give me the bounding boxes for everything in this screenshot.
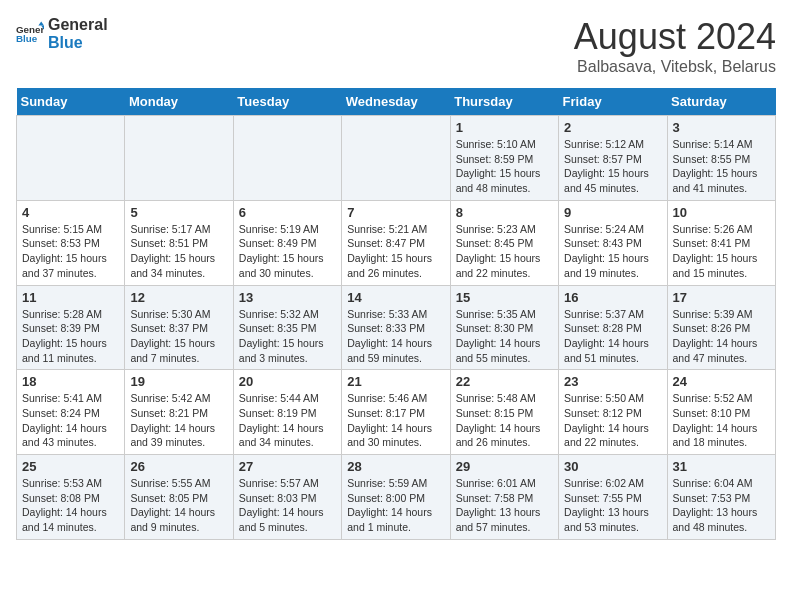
calendar-cell: 16Sunrise: 5:37 AM Sunset: 8:28 PM Dayli… <box>559 285 667 370</box>
day-number: 8 <box>456 205 553 220</box>
day-number: 27 <box>239 459 336 474</box>
calendar-cell: 14Sunrise: 5:33 AM Sunset: 8:33 PM Dayli… <box>342 285 450 370</box>
day-info: Sunrise: 6:04 AM Sunset: 7:53 PM Dayligh… <box>673 476 770 535</box>
day-info: Sunrise: 5:19 AM Sunset: 8:49 PM Dayligh… <box>239 222 336 281</box>
logo-line2: Blue <box>48 34 108 52</box>
main-title: August 2024 <box>574 16 776 58</box>
day-info: Sunrise: 5:15 AM Sunset: 8:53 PM Dayligh… <box>22 222 119 281</box>
day-number: 18 <box>22 374 119 389</box>
day-header-row: SundayMondayTuesdayWednesdayThursdayFrid… <box>17 88 776 116</box>
calendar-cell: 3Sunrise: 5:14 AM Sunset: 8:55 PM Daylig… <box>667 116 775 201</box>
day-number: 14 <box>347 290 444 305</box>
day-info: Sunrise: 5:35 AM Sunset: 8:30 PM Dayligh… <box>456 307 553 366</box>
day-info: Sunrise: 5:14 AM Sunset: 8:55 PM Dayligh… <box>673 137 770 196</box>
day-info: Sunrise: 5:53 AM Sunset: 8:08 PM Dayligh… <box>22 476 119 535</box>
day-info: Sunrise: 5:52 AM Sunset: 8:10 PM Dayligh… <box>673 391 770 450</box>
day-header-saturday: Saturday <box>667 88 775 116</box>
day-number: 11 <box>22 290 119 305</box>
calendar-cell: 30Sunrise: 6:02 AM Sunset: 7:55 PM Dayli… <box>559 455 667 540</box>
day-number: 23 <box>564 374 661 389</box>
day-number: 15 <box>456 290 553 305</box>
calendar-cell: 22Sunrise: 5:48 AM Sunset: 8:15 PM Dayli… <box>450 370 558 455</box>
day-number: 10 <box>673 205 770 220</box>
day-number: 28 <box>347 459 444 474</box>
calendar-cell: 19Sunrise: 5:42 AM Sunset: 8:21 PM Dayli… <box>125 370 233 455</box>
day-header-monday: Monday <box>125 88 233 116</box>
day-number: 6 <box>239 205 336 220</box>
week-row-3: 11Sunrise: 5:28 AM Sunset: 8:39 PM Dayli… <box>17 285 776 370</box>
day-info: Sunrise: 5:28 AM Sunset: 8:39 PM Dayligh… <box>22 307 119 366</box>
calendar-cell: 4Sunrise: 5:15 AM Sunset: 8:53 PM Daylig… <box>17 200 125 285</box>
calendar-cell <box>342 116 450 201</box>
day-info: Sunrise: 5:10 AM Sunset: 8:59 PM Dayligh… <box>456 137 553 196</box>
calendar-cell: 7Sunrise: 5:21 AM Sunset: 8:47 PM Daylig… <box>342 200 450 285</box>
week-row-1: 1Sunrise: 5:10 AM Sunset: 8:59 PM Daylig… <box>17 116 776 201</box>
day-number: 17 <box>673 290 770 305</box>
header: General Blue General Blue August 2024 Ba… <box>16 16 776 76</box>
calendar-cell: 9Sunrise: 5:24 AM Sunset: 8:43 PM Daylig… <box>559 200 667 285</box>
day-info: Sunrise: 5:41 AM Sunset: 8:24 PM Dayligh… <box>22 391 119 450</box>
day-number: 22 <box>456 374 553 389</box>
day-number: 19 <box>130 374 227 389</box>
week-row-5: 25Sunrise: 5:53 AM Sunset: 8:08 PM Dayli… <box>17 455 776 540</box>
calendar-cell: 28Sunrise: 5:59 AM Sunset: 8:00 PM Dayli… <box>342 455 450 540</box>
calendar-cell <box>125 116 233 201</box>
calendar-cell: 6Sunrise: 5:19 AM Sunset: 8:49 PM Daylig… <box>233 200 341 285</box>
week-row-2: 4Sunrise: 5:15 AM Sunset: 8:53 PM Daylig… <box>17 200 776 285</box>
day-header-sunday: Sunday <box>17 88 125 116</box>
day-number: 25 <box>22 459 119 474</box>
week-row-4: 18Sunrise: 5:41 AM Sunset: 8:24 PM Dayli… <box>17 370 776 455</box>
day-info: Sunrise: 6:01 AM Sunset: 7:58 PM Dayligh… <box>456 476 553 535</box>
calendar-cell: 8Sunrise: 5:23 AM Sunset: 8:45 PM Daylig… <box>450 200 558 285</box>
calendar-cell: 21Sunrise: 5:46 AM Sunset: 8:17 PM Dayli… <box>342 370 450 455</box>
day-info: Sunrise: 5:50 AM Sunset: 8:12 PM Dayligh… <box>564 391 661 450</box>
calendar-cell <box>233 116 341 201</box>
day-info: Sunrise: 6:02 AM Sunset: 7:55 PM Dayligh… <box>564 476 661 535</box>
calendar-cell: 29Sunrise: 6:01 AM Sunset: 7:58 PM Dayli… <box>450 455 558 540</box>
day-info: Sunrise: 5:24 AM Sunset: 8:43 PM Dayligh… <box>564 222 661 281</box>
calendar-cell: 31Sunrise: 6:04 AM Sunset: 7:53 PM Dayli… <box>667 455 775 540</box>
svg-text:Blue: Blue <box>16 33 38 44</box>
calendar-table: SundayMondayTuesdayWednesdayThursdayFrid… <box>16 88 776 540</box>
day-number: 26 <box>130 459 227 474</box>
calendar-cell: 27Sunrise: 5:57 AM Sunset: 8:03 PM Dayli… <box>233 455 341 540</box>
day-info: Sunrise: 5:21 AM Sunset: 8:47 PM Dayligh… <box>347 222 444 281</box>
day-info: Sunrise: 5:57 AM Sunset: 8:03 PM Dayligh… <box>239 476 336 535</box>
calendar-cell <box>17 116 125 201</box>
day-info: Sunrise: 5:37 AM Sunset: 8:28 PM Dayligh… <box>564 307 661 366</box>
day-number: 29 <box>456 459 553 474</box>
calendar-cell: 24Sunrise: 5:52 AM Sunset: 8:10 PM Dayli… <box>667 370 775 455</box>
logo: General Blue General Blue <box>16 16 108 52</box>
day-number: 31 <box>673 459 770 474</box>
day-number: 1 <box>456 120 553 135</box>
day-number: 9 <box>564 205 661 220</box>
day-header-thursday: Thursday <box>450 88 558 116</box>
day-number: 16 <box>564 290 661 305</box>
day-number: 3 <box>673 120 770 135</box>
calendar-cell: 5Sunrise: 5:17 AM Sunset: 8:51 PM Daylig… <box>125 200 233 285</box>
calendar-cell: 10Sunrise: 5:26 AM Sunset: 8:41 PM Dayli… <box>667 200 775 285</box>
calendar-cell: 12Sunrise: 5:30 AM Sunset: 8:37 PM Dayli… <box>125 285 233 370</box>
calendar-cell: 18Sunrise: 5:41 AM Sunset: 8:24 PM Dayli… <box>17 370 125 455</box>
day-number: 30 <box>564 459 661 474</box>
day-header-tuesday: Tuesday <box>233 88 341 116</box>
title-area: August 2024 Balbasava, Vitebsk, Belarus <box>574 16 776 76</box>
day-info: Sunrise: 5:59 AM Sunset: 8:00 PM Dayligh… <box>347 476 444 535</box>
day-number: 21 <box>347 374 444 389</box>
calendar-cell: 15Sunrise: 5:35 AM Sunset: 8:30 PM Dayli… <box>450 285 558 370</box>
subtitle: Balbasava, Vitebsk, Belarus <box>574 58 776 76</box>
day-info: Sunrise: 5:44 AM Sunset: 8:19 PM Dayligh… <box>239 391 336 450</box>
day-info: Sunrise: 5:32 AM Sunset: 8:35 PM Dayligh… <box>239 307 336 366</box>
day-info: Sunrise: 5:55 AM Sunset: 8:05 PM Dayligh… <box>130 476 227 535</box>
day-number: 4 <box>22 205 119 220</box>
calendar-cell: 13Sunrise: 5:32 AM Sunset: 8:35 PM Dayli… <box>233 285 341 370</box>
logo-line1: General <box>48 16 108 34</box>
day-number: 7 <box>347 205 444 220</box>
day-info: Sunrise: 5:48 AM Sunset: 8:15 PM Dayligh… <box>456 391 553 450</box>
day-number: 13 <box>239 290 336 305</box>
day-info: Sunrise: 5:26 AM Sunset: 8:41 PM Dayligh… <box>673 222 770 281</box>
calendar-cell: 2Sunrise: 5:12 AM Sunset: 8:57 PM Daylig… <box>559 116 667 201</box>
day-info: Sunrise: 5:39 AM Sunset: 8:26 PM Dayligh… <box>673 307 770 366</box>
day-info: Sunrise: 5:33 AM Sunset: 8:33 PM Dayligh… <box>347 307 444 366</box>
calendar-cell: 26Sunrise: 5:55 AM Sunset: 8:05 PM Dayli… <box>125 455 233 540</box>
